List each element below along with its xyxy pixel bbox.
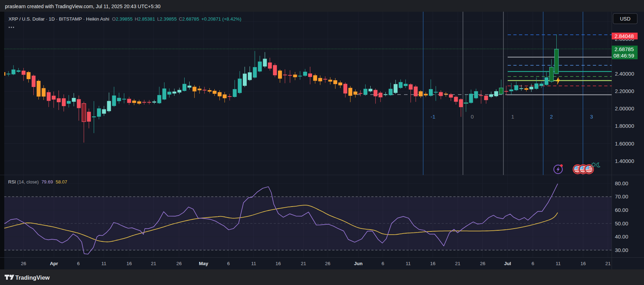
svg-text:Jun: Jun — [354, 261, 362, 266]
svg-text:50.00: 50.00 — [615, 220, 628, 226]
svg-text:1.80000: 1.80000 — [615, 123, 634, 129]
svg-text:16: 16 — [275, 261, 281, 266]
svg-text:11: 11 — [101, 261, 106, 266]
svg-text:26: 26 — [325, 261, 331, 266]
svg-text:30.00: 30.00 — [615, 247, 628, 253]
svg-text:RSI (14, close) 79.69 58.07: RSI (14, close) 79.69 58.07 — [8, 179, 67, 185]
svg-text:2: 2 — [550, 114, 553, 120]
svg-text:USD: USD — [620, 16, 631, 22]
svg-text:XRP / U.S. Dollar · 1D · BITST: XRP / U.S. Dollar · 1D · BITSTAMP · Heik… — [9, 16, 241, 22]
svg-text:11: 11 — [556, 261, 561, 266]
svg-text:26: 26 — [480, 261, 485, 266]
svg-text:6: 6 — [531, 261, 534, 266]
svg-text:2.00000: 2.00000 — [615, 105, 634, 111]
svg-text:70.00: 70.00 — [615, 193, 628, 199]
svg-text:2.40000: 2.40000 — [615, 71, 634, 77]
svg-text:Jul: Jul — [504, 261, 511, 266]
svg-text:21: 21 — [605, 261, 611, 266]
svg-text:2.84048: 2.84048 — [615, 33, 634, 39]
svg-text:0: 0 — [471, 114, 474, 120]
svg-text:40.00: 40.00 — [615, 234, 628, 240]
svg-text:11: 11 — [406, 261, 411, 266]
svg-text:1.40000: 1.40000 — [615, 158, 634, 164]
svg-text:2.20000: 2.20000 — [615, 88, 634, 94]
svg-text:16: 16 — [580, 261, 586, 266]
svg-text:26: 26 — [176, 261, 182, 266]
svg-text:60.00: 60.00 — [615, 207, 628, 213]
svg-text:6: 6 — [77, 261, 80, 266]
svg-text:21: 21 — [301, 261, 306, 266]
svg-text:May: May — [199, 261, 208, 266]
svg-text:26: 26 — [21, 261, 26, 266]
svg-text:16: 16 — [126, 261, 132, 266]
svg-text:-1: -1 — [431, 114, 435, 120]
svg-text:Apr: Apr — [50, 261, 58, 266]
svg-text:11: 11 — [251, 261, 256, 266]
svg-text:TradingView: TradingView — [15, 274, 50, 281]
svg-text:6: 6 — [382, 261, 384, 266]
svg-text:1: 1 — [511, 114, 514, 120]
svg-text:1.60000: 1.60000 — [615, 141, 634, 147]
svg-text:80.00: 80.00 — [615, 180, 628, 186]
svg-text:16: 16 — [430, 261, 435, 266]
svg-text:praslearn created with Trading: praslearn created with TradingView.com, … — [5, 4, 160, 9]
svg-text:21: 21 — [151, 261, 156, 266]
svg-text:21: 21 — [455, 261, 460, 266]
svg-text:08:46:59: 08:46:59 — [613, 53, 634, 59]
svg-text:2.68785: 2.68785 — [615, 46, 634, 52]
svg-text:3: 3 — [590, 114, 593, 120]
svg-text:6: 6 — [227, 261, 230, 266]
